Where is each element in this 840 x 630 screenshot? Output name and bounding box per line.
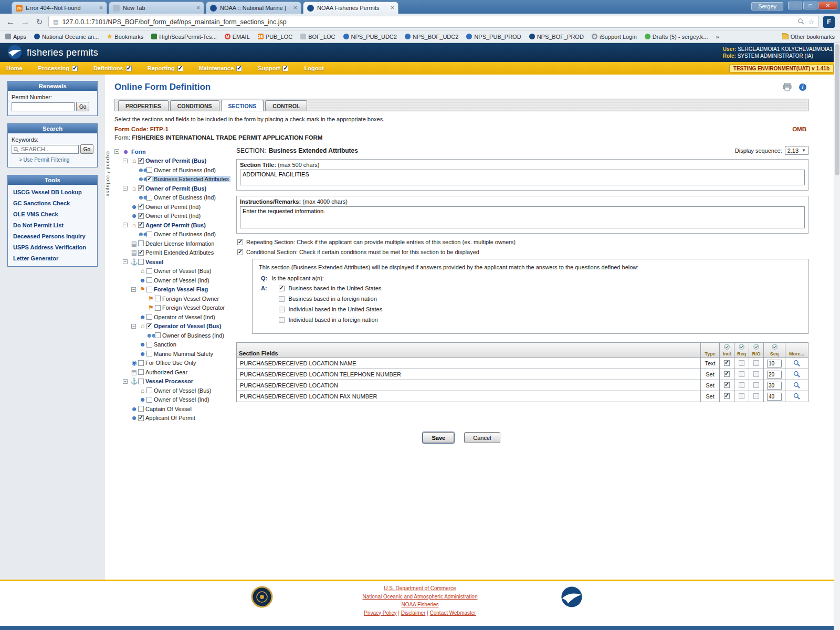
tree-node-label[interactable]: Owner of Vessel (Bus) (152, 268, 213, 274)
tree-item-owner-of-business-ind[interactable]: ☻☻Owner of Business (Ind) (131, 165, 234, 175)
browser-tab-error-404-not-found[interactable]: 26Error 404--Not Found× (12, 2, 107, 14)
tree-item-sanction[interactable]: ☻Sanction (131, 340, 234, 350)
nav-dropdown-checkbox[interactable] (126, 66, 132, 71)
info-icon[interactable]: i (799, 83, 806, 91)
tree-checkbox[interactable] (146, 176, 152, 182)
tree-item-for-office-use-only[interactable]: ◉For Office Use Only (123, 359, 234, 368)
tree-item-applicant-of-permit[interactable]: ☻Applicant Of Permit (123, 414, 234, 423)
tree-node-label[interactable]: Owner of Business (Ind) (152, 167, 217, 173)
tab-conditions[interactable]: CONDITIONS (170, 100, 219, 111)
tree-item-foreign-vessel-operator[interactable]: ⚑Foreign Vessel Operator (140, 303, 234, 313)
tools-link-letter-generator[interactable]: Letter Generator (8, 253, 97, 264)
forward-button[interactable]: → (20, 17, 30, 27)
tree-checkbox[interactable] (155, 296, 161, 301)
tree-item-agent-of-permit-bus[interactable]: −⌂Agent Of Permit (Bus) (123, 220, 234, 230)
browser-tab-noaa-national-marine[interactable]: NOAA :: National Marine |× (206, 2, 301, 14)
bookmark-star-icon[interactable]: ☆ (808, 18, 814, 26)
other-bookmarks-button[interactable]: Other bookmarks (782, 34, 835, 40)
tree-collapse-toggle[interactable]: − (123, 186, 128, 191)
tree-checkbox[interactable] (138, 240, 144, 246)
tree-item-permit-extended-attributes[interactable]: ▤Permit Extended Attributes (123, 248, 234, 258)
condition-option-checkbox[interactable] (279, 317, 285, 323)
bookmark-national-oceanic-an[interactable]: National Oceanic an... (34, 34, 99, 40)
tree-item-vessel[interactable]: −⚓Vessel (123, 257, 234, 267)
tree-item-owner-of-business-ind[interactable]: ☻☻Owner of Business (Ind) (131, 230, 234, 239)
page-scrollbar[interactable] (834, 43, 840, 630)
tree-node-label[interactable]: Owner of Permit (Ind) (144, 213, 202, 219)
field-ro-checkbox[interactable] (753, 393, 759, 399)
tree-checkbox[interactable] (146, 195, 152, 201)
tree-node-label[interactable]: Foreign Vessel Operator (161, 304, 226, 311)
tree-checkbox[interactable] (146, 167, 152, 173)
tree-node-label[interactable]: Owner of Vessel (Bus) (152, 387, 213, 394)
url-text[interactable]: 127.0.0.1:7101/NPS_BOF/bof_form_def/nps_… (62, 18, 794, 26)
browser-tab-noaa-fisheries-permits[interactable]: NOAA Fisheries Permits× (303, 2, 398, 14)
tree-checkbox[interactable] (138, 185, 144, 191)
more-details-icon[interactable] (793, 372, 800, 379)
tree-node-label[interactable]: For Office Use Only (144, 360, 197, 366)
field-req-checkbox[interactable] (739, 382, 744, 388)
more-details-icon[interactable] (793, 394, 800, 401)
bookmark-nps-bof-udc2[interactable]: NPS_BOF_UDC2 (405, 34, 458, 40)
footer-link-disclaimer[interactable]: Disclaimer (401, 610, 426, 616)
tab-close-icon[interactable]: × (293, 5, 297, 10)
tree-node-label[interactable]: Permit Extended Attributes (144, 249, 215, 256)
tree-checkbox[interactable] (146, 314, 152, 320)
tools-link-deceased-persons-inquiry[interactable]: Deceased Persons Inquiry (8, 230, 97, 242)
tree-item-owner-of-business-ind[interactable]: ☻☻Owner of Business (Ind) (131, 193, 234, 203)
tree-node-label[interactable]: Form (130, 149, 148, 155)
repeating-section-checkbox[interactable] (237, 239, 243, 245)
tree-node-label[interactable]: Owner of Permit (Bus) (144, 185, 208, 192)
condition-option-checkbox[interactable] (279, 286, 285, 291)
browser-tab-new-tab[interactable]: New Tab× (109, 2, 204, 14)
tree-checkbox[interactable] (146, 342, 152, 348)
condition-option-business-based-in-a-foreign-nation[interactable]: Business based in a foreign nation (279, 296, 383, 302)
bookmark-isupport-login[interactable]: GiSupport Login (592, 34, 637, 40)
bookmark-apps[interactable]: Apps (5, 34, 26, 40)
nav-item-maintenance[interactable]: Maintenance (199, 65, 243, 71)
condition-option-individual-based-in-a-foreign-nation[interactable]: Individual based in a foreign nation (279, 317, 383, 323)
expand-collapse-handle[interactable]: expand / collapse (106, 151, 111, 198)
tree-item-vessel-processor[interactable]: −⚓Vessel Processor (123, 377, 234, 386)
tree-item-form[interactable]: −☻Form (114, 147, 234, 156)
field-incl-checkbox[interactable] (724, 371, 730, 377)
tree-node-label[interactable]: Owner of Vessel (Ind) (152, 396, 211, 403)
tree-collapse-toggle[interactable]: − (131, 287, 136, 292)
instructions-textarea[interactable]: Enter the requested information. (240, 206, 805, 228)
tools-link-ole-vms-check[interactable]: OLE VMS Check (8, 208, 97, 219)
more-details-icon[interactable] (793, 361, 800, 368)
field-seq-input[interactable] (767, 371, 782, 379)
window-minimize-button[interactable]: – (788, 2, 802, 9)
tree-node-label[interactable]: Captain Of Vessel (144, 406, 193, 412)
nav-dropdown-checkbox[interactable] (177, 66, 183, 71)
condition-option-checkbox[interactable] (279, 296, 285, 302)
condition-option-individual-based-in-the-united-states[interactable]: Individual based in the United States (279, 306, 383, 312)
tree-node-label[interactable]: Owner of Business (Ind) (152, 231, 217, 237)
bookmark-drafts-5-sergey-k[interactable]: Drafts (5) - sergey.k... (645, 34, 708, 40)
more-details-icon[interactable] (793, 383, 800, 390)
tree-collapse-toggle[interactable]: − (123, 259, 128, 264)
tree-checkbox[interactable] (146, 268, 152, 274)
conditional-section-checkbox[interactable] (237, 249, 243, 255)
tree-node-label[interactable]: Operator of Vessel (Ind) (152, 314, 217, 320)
tree-node-label[interactable]: Vessel Processor (144, 378, 195, 384)
field-seq-input[interactable] (767, 360, 782, 368)
field-incl-checkbox[interactable] (724, 393, 730, 399)
tree-checkbox[interactable] (146, 287, 152, 292)
tree-node-label[interactable]: Vessel (144, 259, 165, 265)
tools-link-usps-address-verification[interactable]: USPS Address Verification (8, 242, 97, 253)
bookmark-pub-loc[interactable]: 26PUB_LOC (258, 34, 292, 40)
tree-item-operator-of-vessel-ind[interactable]: ☻Operator of Vessel (Ind) (131, 312, 234, 322)
nav-item-processing[interactable]: Processing (38, 65, 78, 71)
tools-link-do-not-permit-list[interactable]: Do Not Permit List (8, 219, 97, 230)
column-check-icon[interactable] (772, 344, 778, 351)
back-button[interactable]: ← (5, 17, 16, 27)
field-req-checkbox[interactable] (739, 360, 744, 366)
tree-checkbox[interactable] (138, 369, 144, 375)
reload-button[interactable]: ↻ (35, 17, 44, 27)
field-ro-checkbox[interactable] (753, 360, 759, 366)
omb-link[interactable]: OMB (792, 126, 808, 132)
field-ro-checkbox[interactable] (753, 382, 759, 388)
tree-node-label[interactable]: Owner of Business (Ind) (152, 194, 217, 201)
tree-node-label[interactable]: Owner of Permit (Bus) (144, 158, 208, 164)
